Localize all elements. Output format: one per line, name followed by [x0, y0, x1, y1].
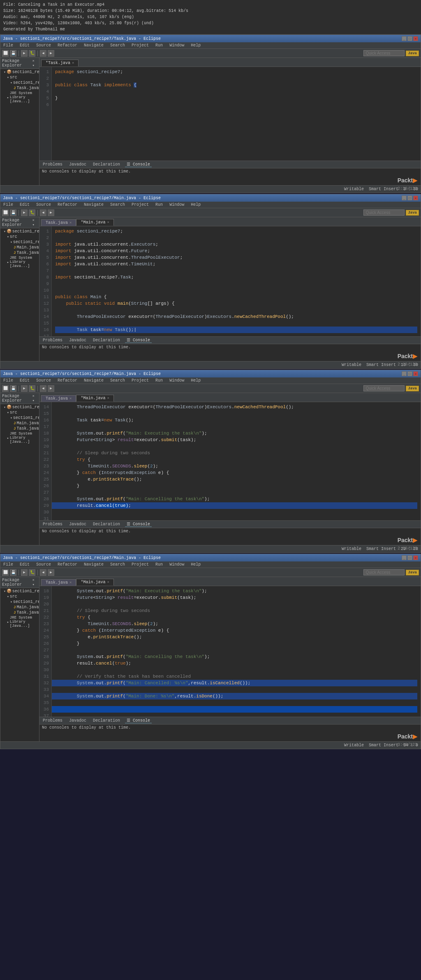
tree-src-3[interactable]: ▾ src	[0, 410, 39, 415]
tab-close-1[interactable]: ×	[72, 61, 74, 65]
quick-access-input-4[interactable]	[363, 569, 405, 575]
menu-refactor-3[interactable]: Refactor	[56, 378, 79, 383]
menu-help-2[interactable]: Help	[190, 202, 202, 207]
menu-help-1[interactable]: Help	[190, 43, 202, 48]
tab-javadoc-1[interactable]: Javadoc	[67, 162, 88, 167]
java-perspective-btn-4[interactable]: Java	[406, 570, 419, 575]
code-editor-2[interactable]: 1 2 3 4 5 6 7 8 9 10 11 12 13 14 15 16 1…	[39, 226, 421, 336]
menu-navigate-2[interactable]: Navigate	[83, 202, 105, 207]
menu-file-4[interactable]: File	[2, 562, 14, 567]
close-button-3[interactable]: ×	[413, 371, 418, 376]
tree-section1recipe7-2[interactable]: ▾ 📦 section1_recipe7	[0, 228, 39, 234]
menu-search-1[interactable]: Search	[109, 43, 126, 48]
java-perspective-btn-2[interactable]: Java	[406, 210, 419, 216]
toolbar-btn-run-4[interactable]: ▶	[21, 569, 28, 576]
quick-access-input-2[interactable]	[363, 209, 405, 216]
tree-section1recipe7-1[interactable]: ▾ 📦 section1_recipe7	[0, 69, 39, 75]
toolbar-btn-new-2[interactable]: ⬜	[2, 209, 9, 216]
toolbar-btn-fwd-2[interactable]: ▶	[48, 209, 54, 216]
tab-problems-4[interactable]: Problems	[41, 718, 64, 723]
tree-src-2[interactable]: ▾ src	[0, 234, 39, 239]
toolbar-btn-back-4[interactable]: ◀	[40, 569, 46, 576]
tree-taskjava-4[interactable]: J Task.java	[0, 610, 39, 615]
tree-src-4[interactable]: ▾ src	[0, 594, 39, 599]
toolbar-btn-new-4[interactable]: ⬜	[2, 569, 9, 576]
menu-run-3[interactable]: Run	[154, 378, 164, 383]
toolbar-btn-run-3[interactable]: ▶	[21, 385, 28, 392]
code-editor-4[interactable]: 18 19 20 21 22 23 24 25 26 27 28 29 30 3…	[39, 586, 421, 717]
toolbar-btn-run-2[interactable]: ▶	[21, 209, 28, 216]
minimize-button-1[interactable]: _	[402, 36, 407, 41]
menu-navigate-1[interactable]: Navigate	[83, 43, 105, 48]
tab-close-taskjava-4[interactable]: ×	[69, 581, 72, 585]
menu-edit-1[interactable]: Edit	[19, 43, 31, 48]
menu-source-3[interactable]: Source	[35, 378, 52, 383]
menu-source-4[interactable]: Source	[35, 562, 52, 567]
menu-project-3[interactable]: Project	[130, 378, 150, 383]
menu-file-3[interactable]: File	[2, 378, 14, 383]
toolbar-btn-new-3[interactable]: ⬜	[2, 385, 9, 392]
menu-source-1[interactable]: Source	[35, 43, 52, 48]
minimize-button-2[interactable]: _	[402, 196, 407, 200]
menu-refactor-4[interactable]: Refactor	[56, 562, 79, 567]
code-content-4[interactable]: System.out.printf("Main: Executing the t…	[52, 586, 421, 717]
tab-mainjava-2[interactable]: *Main.java ×	[76, 219, 113, 226]
code-content-1[interactable]: package section1_recipe7; public class T…	[52, 67, 421, 161]
menu-search-2[interactable]: Search	[109, 202, 126, 207]
toolbar-btn-debug-2[interactable]: 🐛	[29, 209, 35, 216]
menu-refactor-2[interactable]: Refactor	[56, 202, 79, 207]
toolbar-btn-save-3[interactable]: 💾	[10, 385, 16, 392]
tab-declaration-3[interactable]: Declaration	[91, 522, 122, 527]
tab-declaration-1[interactable]: Declaration	[91, 162, 122, 167]
menu-project-1[interactable]: Project	[130, 43, 150, 48]
toolbar-btn-fwd-3[interactable]: ▶	[48, 385, 54, 392]
menu-edit-3[interactable]: Edit	[19, 378, 31, 383]
menu-run-1[interactable]: Run	[154, 43, 164, 48]
code-content-2[interactable]: package section1_recipe7; import java.ut…	[52, 226, 421, 336]
toolbar-btn-new[interactable]: ⬜	[2, 50, 9, 57]
minimize-button-4[interactable]: _	[402, 555, 407, 560]
tab-close-mainjava-4[interactable]: ×	[107, 580, 109, 584]
toolbar-btn-back-3[interactable]: ◀	[40, 385, 46, 392]
toolbar-btn-back[interactable]: ◀	[40, 50, 46, 57]
maximize-button-2[interactable]: □	[407, 196, 412, 200]
tab-declaration-2[interactable]: Declaration	[91, 338, 122, 343]
menu-help-4[interactable]: Help	[190, 562, 202, 567]
menu-run-4[interactable]: Run	[154, 562, 164, 567]
tab-mainjava-3[interactable]: *Main.java ×	[76, 395, 113, 402]
tab-console-1[interactable]: ☰ Console	[125, 162, 152, 167]
maximize-button-1[interactable]: □	[407, 36, 412, 41]
tree-src-1[interactable]: ▾ src	[0, 75, 39, 80]
tab-javadoc-2[interactable]: Javadoc	[67, 338, 88, 343]
tree-taskjava-3[interactable]: J Task.java	[0, 426, 39, 431]
menu-window-2[interactable]: Window	[168, 202, 185, 207]
toolbar-btn-save-4[interactable]: 💾	[10, 569, 16, 576]
menu-edit-2[interactable]: Edit	[19, 202, 31, 207]
menu-project-2[interactable]: Project	[130, 202, 150, 207]
tab-console-4[interactable]: ☰ Console	[125, 718, 152, 723]
toolbar-btn-debug-4[interactable]: 🐛	[29, 569, 35, 576]
maximize-button-4[interactable]: □	[407, 555, 412, 560]
tab-close-taskjava-2[interactable]: ×	[69, 221, 72, 225]
tree-jre-4[interactable]: ▸ JRE System Library [Java...]	[0, 615, 39, 628]
tree-mainjava-3[interactable]: J Main.java	[0, 421, 39, 426]
tree-jre-1[interactable]: ▸ JRE System Library [Java...]	[0, 91, 39, 104]
tab-close-taskjava-3[interactable]: ×	[69, 397, 72, 401]
toolbar-btn-debug-3[interactable]: 🐛	[29, 385, 35, 392]
tree-section1recipe7-3[interactable]: ▾ 📦 section1_recipe7	[0, 404, 39, 410]
tree-pkg-2[interactable]: ▾ section1_recipe7	[0, 239, 39, 245]
tree-pkg-4[interactable]: ▾ section1_recipe7	[0, 599, 39, 605]
tab-console-3[interactable]: ☰ Console	[125, 522, 152, 527]
menu-window-1[interactable]: Window	[168, 43, 185, 48]
menu-edit-4[interactable]: Edit	[19, 562, 31, 567]
tree-pkg-3[interactable]: ▾ section1_recipe7	[0, 415, 39, 421]
code-content-3[interactable]: ThreadPoolExecutor executor=(ThreadPoolE…	[52, 402, 421, 520]
toolbar-btn-back-2[interactable]: ◀	[40, 209, 46, 216]
menu-navigate-3[interactable]: Navigate	[83, 378, 105, 383]
menu-project-4[interactable]: Project	[130, 562, 150, 567]
tab-taskjava-2[interactable]: Task.java ×	[41, 219, 76, 226]
tab-console-2[interactable]: ☰ Console	[125, 338, 152, 343]
minimize-button-3[interactable]: _	[402, 371, 407, 376]
maximize-button-3[interactable]: □	[407, 371, 412, 376]
tree-taskjava-1[interactable]: J Task.java	[0, 85, 39, 91]
